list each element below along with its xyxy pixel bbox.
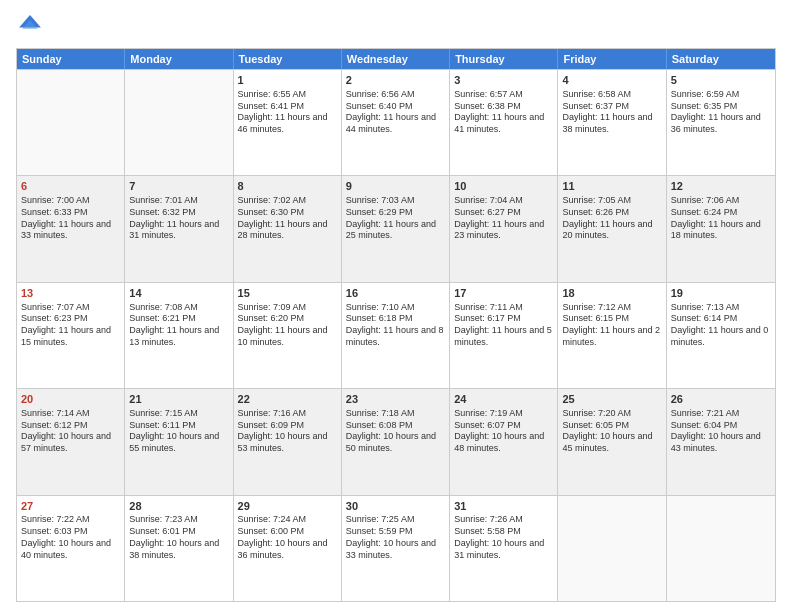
cal-cell: 23Sunrise: 7:18 AM Sunset: 6:08 PM Dayli… <box>342 389 450 494</box>
header-day-wednesday: Wednesday <box>342 49 450 69</box>
cal-cell: 26Sunrise: 7:21 AM Sunset: 6:04 PM Dayli… <box>667 389 775 494</box>
cal-cell: 20Sunrise: 7:14 AM Sunset: 6:12 PM Dayli… <box>17 389 125 494</box>
calendar-header: SundayMondayTuesdayWednesdayThursdayFrid… <box>17 49 775 69</box>
logo <box>16 12 48 40</box>
day-number: 29 <box>238 499 337 514</box>
day-number: 12 <box>671 179 771 194</box>
day-detail: Sunrise: 7:02 AM Sunset: 6:30 PM Dayligh… <box>238 195 337 242</box>
day-number: 3 <box>454 73 553 88</box>
week-row-1: 1Sunrise: 6:55 AM Sunset: 6:41 PM Daylig… <box>17 69 775 175</box>
header-day-tuesday: Tuesday <box>234 49 342 69</box>
day-number: 4 <box>562 73 661 88</box>
cal-cell: 13Sunrise: 7:07 AM Sunset: 6:23 PM Dayli… <box>17 283 125 388</box>
day-detail: Sunrise: 7:15 AM Sunset: 6:11 PM Dayligh… <box>129 408 228 455</box>
cal-cell: 8Sunrise: 7:02 AM Sunset: 6:30 PM Daylig… <box>234 176 342 281</box>
week-row-2: 6Sunrise: 7:00 AM Sunset: 6:33 PM Daylig… <box>17 175 775 281</box>
header <box>16 12 776 40</box>
cal-cell: 22Sunrise: 7:16 AM Sunset: 6:09 PM Dayli… <box>234 389 342 494</box>
day-detail: Sunrise: 7:12 AM Sunset: 6:15 PM Dayligh… <box>562 302 661 349</box>
day-detail: Sunrise: 7:08 AM Sunset: 6:21 PM Dayligh… <box>129 302 228 349</box>
day-number: 9 <box>346 179 445 194</box>
day-detail: Sunrise: 6:56 AM Sunset: 6:40 PM Dayligh… <box>346 89 445 136</box>
header-day-thursday: Thursday <box>450 49 558 69</box>
cal-cell: 1Sunrise: 6:55 AM Sunset: 6:41 PM Daylig… <box>234 70 342 175</box>
cal-cell: 16Sunrise: 7:10 AM Sunset: 6:18 PM Dayli… <box>342 283 450 388</box>
week-row-3: 13Sunrise: 7:07 AM Sunset: 6:23 PM Dayli… <box>17 282 775 388</box>
cal-cell: 21Sunrise: 7:15 AM Sunset: 6:11 PM Dayli… <box>125 389 233 494</box>
cal-cell: 18Sunrise: 7:12 AM Sunset: 6:15 PM Dayli… <box>558 283 666 388</box>
header-day-friday: Friday <box>558 49 666 69</box>
cal-cell <box>667 496 775 601</box>
day-detail: Sunrise: 7:01 AM Sunset: 6:32 PM Dayligh… <box>129 195 228 242</box>
cal-cell: 19Sunrise: 7:13 AM Sunset: 6:14 PM Dayli… <box>667 283 775 388</box>
day-detail: Sunrise: 7:05 AM Sunset: 6:26 PM Dayligh… <box>562 195 661 242</box>
day-detail: Sunrise: 7:13 AM Sunset: 6:14 PM Dayligh… <box>671 302 771 349</box>
cal-cell: 28Sunrise: 7:23 AM Sunset: 6:01 PM Dayli… <box>125 496 233 601</box>
cal-cell <box>558 496 666 601</box>
week-row-5: 27Sunrise: 7:22 AM Sunset: 6:03 PM Dayli… <box>17 495 775 601</box>
cal-cell: 2Sunrise: 6:56 AM Sunset: 6:40 PM Daylig… <box>342 70 450 175</box>
header-day-sunday: Sunday <box>17 49 125 69</box>
cal-cell <box>125 70 233 175</box>
cal-cell: 24Sunrise: 7:19 AM Sunset: 6:07 PM Dayli… <box>450 389 558 494</box>
calendar: SundayMondayTuesdayWednesdayThursdayFrid… <box>16 48 776 602</box>
day-detail: Sunrise: 7:24 AM Sunset: 6:00 PM Dayligh… <box>238 514 337 561</box>
day-number: 5 <box>671 73 771 88</box>
cal-cell: 15Sunrise: 7:09 AM Sunset: 6:20 PM Dayli… <box>234 283 342 388</box>
cal-cell: 12Sunrise: 7:06 AM Sunset: 6:24 PM Dayli… <box>667 176 775 281</box>
day-detail: Sunrise: 7:25 AM Sunset: 5:59 PM Dayligh… <box>346 514 445 561</box>
day-number: 23 <box>346 392 445 407</box>
day-number: 25 <box>562 392 661 407</box>
day-number: 11 <box>562 179 661 194</box>
day-number: 10 <box>454 179 553 194</box>
cal-cell: 14Sunrise: 7:08 AM Sunset: 6:21 PM Dayli… <box>125 283 233 388</box>
day-detail: Sunrise: 7:16 AM Sunset: 6:09 PM Dayligh… <box>238 408 337 455</box>
week-row-4: 20Sunrise: 7:14 AM Sunset: 6:12 PM Dayli… <box>17 388 775 494</box>
day-detail: Sunrise: 7:06 AM Sunset: 6:24 PM Dayligh… <box>671 195 771 242</box>
day-detail: Sunrise: 7:11 AM Sunset: 6:17 PM Dayligh… <box>454 302 553 349</box>
day-detail: Sunrise: 7:10 AM Sunset: 6:18 PM Dayligh… <box>346 302 445 349</box>
day-detail: Sunrise: 7:14 AM Sunset: 6:12 PM Dayligh… <box>21 408 120 455</box>
day-number: 30 <box>346 499 445 514</box>
day-number: 8 <box>238 179 337 194</box>
day-detail: Sunrise: 6:58 AM Sunset: 6:37 PM Dayligh… <box>562 89 661 136</box>
day-number: 6 <box>21 179 120 194</box>
day-number: 26 <box>671 392 771 407</box>
day-detail: Sunrise: 7:00 AM Sunset: 6:33 PM Dayligh… <box>21 195 120 242</box>
day-detail: Sunrise: 7:04 AM Sunset: 6:27 PM Dayligh… <box>454 195 553 242</box>
day-detail: Sunrise: 7:07 AM Sunset: 6:23 PM Dayligh… <box>21 302 120 349</box>
day-detail: Sunrise: 7:21 AM Sunset: 6:04 PM Dayligh… <box>671 408 771 455</box>
day-number: 13 <box>21 286 120 301</box>
day-detail: Sunrise: 6:57 AM Sunset: 6:38 PM Dayligh… <box>454 89 553 136</box>
day-detail: Sunrise: 7:23 AM Sunset: 6:01 PM Dayligh… <box>129 514 228 561</box>
day-detail: Sunrise: 6:55 AM Sunset: 6:41 PM Dayligh… <box>238 89 337 136</box>
day-number: 21 <box>129 392 228 407</box>
day-number: 1 <box>238 73 337 88</box>
cal-cell: 29Sunrise: 7:24 AM Sunset: 6:00 PM Dayli… <box>234 496 342 601</box>
day-number: 18 <box>562 286 661 301</box>
cal-cell: 27Sunrise: 7:22 AM Sunset: 6:03 PM Dayli… <box>17 496 125 601</box>
cal-cell: 31Sunrise: 7:26 AM Sunset: 5:58 PM Dayli… <box>450 496 558 601</box>
page: SundayMondayTuesdayWednesdayThursdayFrid… <box>0 0 792 612</box>
day-number: 27 <box>21 499 120 514</box>
day-number: 28 <box>129 499 228 514</box>
day-number: 17 <box>454 286 553 301</box>
cal-cell: 7Sunrise: 7:01 AM Sunset: 6:32 PM Daylig… <box>125 176 233 281</box>
day-detail: Sunrise: 7:19 AM Sunset: 6:07 PM Dayligh… <box>454 408 553 455</box>
day-number: 16 <box>346 286 445 301</box>
day-detail: Sunrise: 6:59 AM Sunset: 6:35 PM Dayligh… <box>671 89 771 136</box>
day-number: 7 <box>129 179 228 194</box>
cal-cell <box>17 70 125 175</box>
cal-cell: 4Sunrise: 6:58 AM Sunset: 6:37 PM Daylig… <box>558 70 666 175</box>
cal-cell: 11Sunrise: 7:05 AM Sunset: 6:26 PM Dayli… <box>558 176 666 281</box>
cal-cell: 5Sunrise: 6:59 AM Sunset: 6:35 PM Daylig… <box>667 70 775 175</box>
day-detail: Sunrise: 7:22 AM Sunset: 6:03 PM Dayligh… <box>21 514 120 561</box>
cal-cell: 6Sunrise: 7:00 AM Sunset: 6:33 PM Daylig… <box>17 176 125 281</box>
header-day-monday: Monday <box>125 49 233 69</box>
day-number: 24 <box>454 392 553 407</box>
day-number: 19 <box>671 286 771 301</box>
cal-cell: 9Sunrise: 7:03 AM Sunset: 6:29 PM Daylig… <box>342 176 450 281</box>
logo-icon <box>16 12 44 40</box>
day-number: 22 <box>238 392 337 407</box>
day-detail: Sunrise: 7:20 AM Sunset: 6:05 PM Dayligh… <box>562 408 661 455</box>
